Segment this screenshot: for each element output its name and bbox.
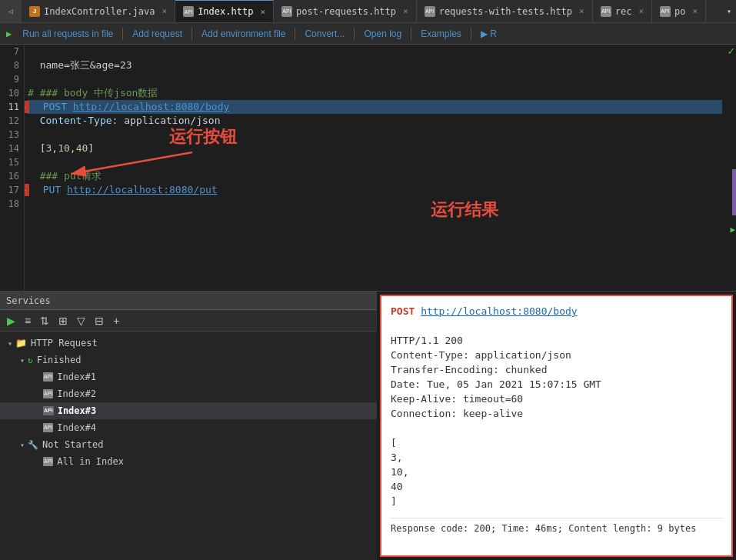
code-line-8: name=张三&age=23 bbox=[28, 58, 722, 72]
tree-item-index3[interactable]: APIIndex#3 bbox=[0, 402, 377, 419]
resp-body-4: ] bbox=[391, 494, 722, 508]
code-line-7 bbox=[28, 45, 722, 58]
services-title: Services bbox=[6, 295, 51, 306]
svc-grid-btn[interactable]: ⊞ bbox=[56, 313, 70, 328]
code-editor[interactable]: name=张三&age=23# ### body 中传json数据▶ POST … bbox=[25, 45, 725, 291]
resp-header-key-0: Content-Type: bbox=[391, 349, 469, 361]
resp-empty-2 bbox=[391, 421, 722, 435]
tab-close-tab6[interactable]: × bbox=[692, 6, 698, 16]
tree-item-http-request[interactable]: ▾📁HTTP Request bbox=[0, 335, 377, 352]
resp-body-1: 3, bbox=[391, 450, 722, 465]
run-request-btn-17[interactable]: ▶ bbox=[25, 184, 29, 196]
services-tree: ▾📁HTTP Request▾↻FinishedAPIIndex#1APIInd… bbox=[0, 332, 377, 560]
open-log-btn[interactable]: Open log bbox=[356, 27, 409, 41]
tab-tab5[interactable]: APIrec× bbox=[593, 0, 652, 22]
tree-item-index4[interactable]: APIIndex#4 bbox=[0, 419, 377, 436]
tab-label-tab5: rec bbox=[615, 6, 632, 17]
tab-tab2[interactable]: APIIndex.http× bbox=[175, 0, 274, 22]
svc-sort-btn[interactable]: ⇅ bbox=[38, 313, 52, 328]
resp-url[interactable]: http://localhost:8080/body bbox=[421, 305, 578, 317]
resp-header-4: Connection: keep-alive bbox=[391, 406, 722, 421]
tab-label-tab1: IndexController.java bbox=[44, 6, 155, 17]
code-line-16: ### put请求 bbox=[28, 169, 722, 183]
line-num-18: 18 bbox=[0, 197, 24, 211]
sidebar-toggle-icon[interactable]: ◁ bbox=[8, 7, 13, 15]
resp-body-0: [ bbox=[391, 435, 722, 450]
add-env-btn[interactable]: Add environment file bbox=[194, 27, 293, 41]
tab-close-tab3[interactable]: × bbox=[403, 6, 408, 16]
line-num-11: 11 bbox=[0, 100, 24, 114]
tree-item-index2[interactable]: APIIndex#2 bbox=[0, 385, 377, 402]
examples-btn[interactable]: Examples bbox=[413, 27, 469, 41]
add-request-btn[interactable]: Add request bbox=[125, 27, 190, 41]
run-all-btn[interactable]: Run all requests in file bbox=[15, 27, 121, 41]
tree-item-label: Index#2 bbox=[57, 388, 96, 399]
api-icon: API bbox=[43, 457, 53, 466]
line-num-13: 13 bbox=[0, 128, 24, 142]
api-icon: API bbox=[43, 406, 54, 415]
code-line-15 bbox=[28, 155, 722, 169]
svc-run-btn[interactable]: ▶ bbox=[5, 313, 18, 328]
resp-body-3: 40 bbox=[391, 479, 722, 494]
tree-item-all-in-index[interactable]: APIAll in Index bbox=[0, 453, 377, 470]
line-num-12: 12 bbox=[0, 114, 24, 128]
line-num-14: 14 bbox=[0, 142, 24, 155]
line-num-8: 8 bbox=[0, 58, 24, 72]
run-icon: ▶ bbox=[6, 28, 12, 39]
svc-add-btn[interactable]: + bbox=[111, 313, 122, 328]
main-toolbar: ▶ Run all requests in file Add request A… bbox=[0, 23, 736, 45]
tab-close-tab1[interactable]: × bbox=[162, 6, 168, 16]
code-text-12: Content-Type: application/json bbox=[28, 114, 220, 128]
tab-close-tab4[interactable]: × bbox=[579, 6, 584, 16]
svc-minus-btn[interactable]: ⊟ bbox=[92, 313, 106, 328]
tab-icon-tab6: API bbox=[660, 6, 671, 17]
tab-tab4[interactable]: APIrequests-with-tests.http× bbox=[417, 0, 593, 22]
tab-icon-tab2: API bbox=[183, 6, 194, 17]
code-line-17: ▶ PUT http://localhost:8080/put bbox=[28, 183, 722, 197]
resp-status: HTTP/1.1 200 bbox=[391, 333, 722, 348]
code-text-11: POST http://localhost:8080/body bbox=[31, 100, 229, 114]
run-request-btn-11[interactable]: ▶ bbox=[25, 101, 29, 113]
resp-header-val-3: timeout=60 bbox=[463, 393, 523, 405]
tab-tab6[interactable]: APIpo× bbox=[652, 0, 706, 22]
toolbar-sep-4 bbox=[354, 28, 355, 40]
editor-area: 789101112131415161718 name=张三&age=23# ##… bbox=[0, 45, 736, 291]
run-extra-btn[interactable]: ▶ R bbox=[473, 27, 505, 41]
resp-footer: Response code: 200; Time: 46ms; Content … bbox=[391, 518, 722, 534]
tab-close-tab2[interactable]: × bbox=[260, 7, 265, 17]
code-line-18 bbox=[28, 197, 722, 211]
tree-item-not-started[interactable]: ▾🔧Not Started bbox=[0, 436, 377, 453]
resp-request-line: POST http://localhost:8080/body bbox=[391, 304, 722, 318]
resp-header-val-4: keep-alive bbox=[463, 408, 523, 419]
response-panel: POST http://localhost:8080/body HTTP/1.1… bbox=[380, 295, 733, 557]
code-line-11: ▶ POST http://localhost:8080/body bbox=[28, 100, 722, 114]
checkmark-icon: ✓ bbox=[728, 45, 734, 57]
resp-empty-1 bbox=[391, 318, 722, 333]
services-toolbar: ▶ ≡ ⇅ ⊞ ▽ ⊟ + bbox=[0, 310, 377, 332]
right-gutter: ✓ ▶ bbox=[725, 45, 736, 291]
code-text-14: [3,10,40] bbox=[28, 142, 94, 155]
tab-close-tab5[interactable]: × bbox=[638, 6, 644, 16]
line-num-7: 7 bbox=[0, 45, 24, 58]
tab-tab3[interactable]: APIpost-requests.http× bbox=[274, 0, 417, 22]
tree-chevron: ▾ bbox=[20, 441, 25, 449]
tree-item-finished[interactable]: ▾↻Finished bbox=[0, 352, 377, 368]
resp-body-2: 10, bbox=[391, 465, 722, 479]
svc-filter-btn[interactable]: ▽ bbox=[75, 313, 88, 328]
tab-overflow-btn[interactable]: ▾ bbox=[722, 7, 736, 15]
tree-item-label: Index#1 bbox=[57, 372, 96, 382]
tab-bar: ◁ JIndexController.java×APIIndex.http×AP… bbox=[0, 0, 736, 23]
resp-header-1: Transfer-Encoding: chunked bbox=[391, 362, 722, 377]
resp-header-key-4: Connection: bbox=[391, 408, 457, 419]
tree-item-index1[interactable]: APIIndex#1 bbox=[0, 368, 377, 385]
services-panel: Services ▶ ≡ ⇅ ⊞ ▽ ⊟ + ▾📁HTTP Request▾↻F… bbox=[0, 292, 377, 560]
services-header: Services bbox=[0, 292, 377, 310]
tree-chevron: ▾ bbox=[20, 356, 25, 365]
code-line-9 bbox=[28, 72, 722, 86]
convert-btn[interactable]: Convert... bbox=[297, 27, 352, 41]
green-arrow-icon: ▶ bbox=[730, 225, 735, 235]
svc-list-btn[interactable]: ≡ bbox=[22, 313, 33, 328]
tree-chevron: ▾ bbox=[8, 339, 12, 348]
tab-tab1[interactable]: JIndexController.java× bbox=[22, 0, 175, 22]
resp-header-val-1: chunked bbox=[505, 364, 548, 375]
